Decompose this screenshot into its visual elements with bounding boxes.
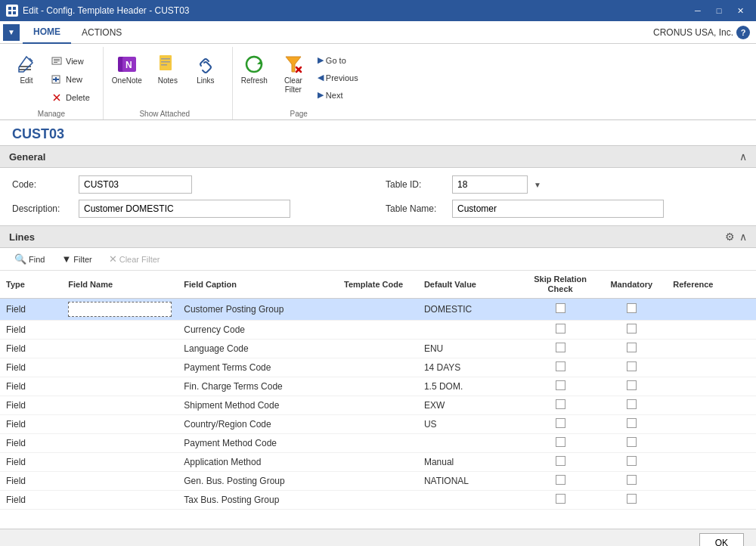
- table-name-input[interactable]: [452, 200, 664, 218]
- onenote-button[interactable]: N OneNote: [107, 50, 147, 87]
- cell-mandatory[interactable]: [596, 472, 667, 491]
- cell-mandatory[interactable]: [596, 321, 667, 340]
- skip-checkbox[interactable]: [556, 437, 565, 447]
- clear-filter-lines-button[interactable]: ✕ Clear Filter: [104, 251, 166, 267]
- nav-dropdown-button[interactable]: ▼: [3, 24, 20, 41]
- cell-field-name[interactable]: [62, 340, 178, 358]
- code-input[interactable]: [79, 175, 192, 194]
- mandatory-checkbox[interactable]: [627, 399, 637, 409]
- cell-field-name[interactable]: [62, 491, 178, 510]
- goto-button[interactable]: ▶ Go to: [314, 53, 362, 67]
- restore-button[interactable]: □: [709, 3, 729, 18]
- cell-field-name[interactable]: [62, 396, 178, 415]
- lines-section-header: Lines ⚙ ∧: [0, 225, 756, 248]
- cell-mandatory[interactable]: [596, 299, 667, 321]
- mandatory-checkbox[interactable]: [627, 343, 637, 352]
- lines-settings-icon[interactable]: ⚙: [725, 231, 735, 243]
- table-id-row: Table ID: ▼: [386, 175, 744, 194]
- skip-checkbox[interactable]: [556, 380, 565, 390]
- cell-skip[interactable]: [525, 377, 596, 396]
- find-button[interactable]: 🔍 Find: [9, 251, 50, 267]
- table-id-input[interactable]: [452, 175, 528, 194]
- table-row: FieldPayment Terms Code14 DAYS: [0, 358, 756, 377]
- cell-skip[interactable]: [525, 340, 596, 358]
- mandatory-checkbox[interactable]: [627, 303, 637, 313]
- cell-field-name[interactable]: [62, 434, 178, 453]
- cell-field-name[interactable]: [62, 453, 178, 472]
- mandatory-checkbox[interactable]: [627, 494, 637, 504]
- filter-button[interactable]: ▼ Filter: [56, 251, 97, 267]
- cell-skip[interactable]: [525, 491, 596, 510]
- edit-button[interactable]: Edit: [9, 50, 44, 87]
- notes-button[interactable]: Notes: [150, 50, 185, 87]
- general-collapse-icon[interactable]: ∧: [739, 150, 747, 163]
- cell-type: Field: [0, 358, 62, 377]
- cell-field-name[interactable]: [62, 299, 178, 321]
- cell-skip[interactable]: [525, 358, 596, 377]
- previous-button[interactable]: ◀ Previous: [314, 70, 362, 85]
- mandatory-checkbox[interactable]: [627, 456, 637, 466]
- cell-field-name[interactable]: [62, 377, 178, 396]
- skip-checkbox[interactable]: [556, 361, 565, 371]
- mandatory-checkbox[interactable]: [627, 475, 637, 485]
- cell-field-name[interactable]: [62, 415, 178, 434]
- cell-field-name[interactable]: [62, 358, 178, 377]
- new-button[interactable]: New: [47, 71, 94, 88]
- lines-table: Type Field Name Field Caption Template C…: [0, 271, 756, 510]
- cell-mandatory[interactable]: [596, 415, 667, 434]
- skip-checkbox[interactable]: [556, 399, 565, 409]
- cell-mandatory[interactable]: [596, 434, 667, 453]
- lines-section: Lines ⚙ ∧ 🔍 Find ▼ Filter ✕ Clear Filter: [0, 225, 756, 529]
- mandatory-checkbox[interactable]: [627, 324, 637, 333]
- table-id-dropdown-icon[interactable]: ▼: [534, 181, 541, 189]
- cell-mandatory[interactable]: [596, 340, 667, 358]
- notes-label: Notes: [158, 76, 178, 85]
- cell-skip[interactable]: [525, 321, 596, 340]
- description-row: Description:: [12, 200, 370, 218]
- col-header-skip: Skip Relation Check: [525, 271, 596, 299]
- mandatory-checkbox[interactable]: [627, 437, 637, 447]
- skip-checkbox[interactable]: [556, 494, 565, 504]
- refresh-button[interactable]: Refresh: [236, 50, 273, 87]
- cell-reference: [667, 415, 756, 434]
- general-section-header[interactable]: General ∧: [0, 145, 756, 168]
- cell-template-code: [338, 377, 418, 396]
- delete-button[interactable]: Delete: [47, 89, 94, 106]
- cell-skip[interactable]: [525, 415, 596, 434]
- skip-checkbox[interactable]: [556, 475, 565, 485]
- cell-mandatory[interactable]: [596, 453, 667, 472]
- skip-checkbox[interactable]: [556, 418, 565, 428]
- cell-type: Field: [0, 472, 62, 491]
- tab-actions[interactable]: ACTIONS: [71, 21, 132, 44]
- help-button[interactable]: ?: [736, 26, 750, 39]
- skip-checkbox[interactable]: [556, 303, 565, 313]
- lines-collapse-icon[interactable]: ∧: [739, 231, 747, 243]
- ok-button[interactable]: OK: [699, 533, 744, 547]
- next-button[interactable]: ▶ Next: [314, 88, 362, 102]
- cell-mandatory[interactable]: [596, 377, 667, 396]
- cell-type: Field: [0, 321, 62, 340]
- tab-home[interactable]: HOME: [23, 21, 71, 44]
- cell-skip[interactable]: [525, 472, 596, 491]
- description-input[interactable]: [79, 200, 290, 218]
- mandatory-checkbox[interactable]: [627, 361, 637, 371]
- skip-checkbox[interactable]: [556, 456, 565, 466]
- cell-mandatory[interactable]: [596, 396, 667, 415]
- mandatory-checkbox[interactable]: [627, 380, 637, 390]
- close-button[interactable]: ✕: [730, 3, 750, 18]
- cell-field-name[interactable]: [62, 321, 178, 340]
- cell-field-name[interactable]: [62, 472, 178, 491]
- links-button[interactable]: Links: [188, 50, 223, 87]
- mandatory-checkbox[interactable]: [627, 418, 637, 428]
- cell-skip[interactable]: [525, 453, 596, 472]
- cell-mandatory[interactable]: [596, 491, 667, 510]
- clear-filter-button[interactable]: ClearFilter: [276, 50, 311, 97]
- skip-checkbox[interactable]: [556, 343, 565, 352]
- cell-mandatory[interactable]: [596, 358, 667, 377]
- cell-skip[interactable]: [525, 434, 596, 453]
- view-button[interactable]: View: [47, 53, 94, 70]
- cell-skip[interactable]: [525, 396, 596, 415]
- minimize-button[interactable]: ─: [688, 3, 708, 18]
- skip-checkbox[interactable]: [556, 324, 565, 333]
- cell-skip[interactable]: [525, 299, 596, 321]
